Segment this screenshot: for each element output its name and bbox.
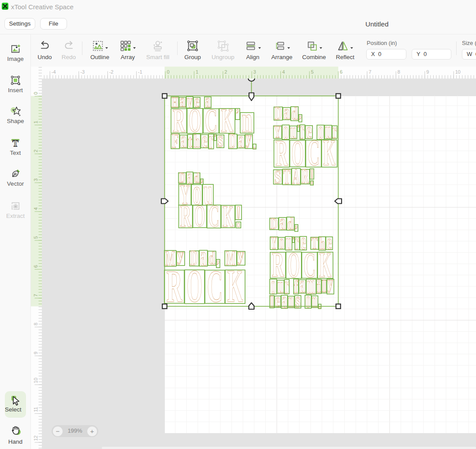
svg-text:a: a <box>238 127 244 152</box>
svg-text:5: 5 <box>311 69 314 75</box>
svg-text:R: R <box>167 261 182 311</box>
svg-text:’: ’ <box>236 106 239 120</box>
svg-text:1: 1 <box>196 69 198 75</box>
svg-text:S: S <box>274 166 281 188</box>
svg-text:l: l <box>322 277 326 296</box>
svg-text:8: 8 <box>33 323 38 326</box>
svg-text:D: D <box>230 130 236 152</box>
svg-text:’: ’ <box>298 124 299 131</box>
svg-text:a: a <box>181 127 186 152</box>
svg-text:s: s <box>217 127 223 152</box>
svg-text:1: 1 <box>33 121 38 123</box>
svg-text:3: 3 <box>253 69 256 75</box>
svg-text:y: y <box>327 272 333 293</box>
svg-text:n: n <box>289 289 294 311</box>
svg-text:R: R <box>302 165 309 187</box>
svg-text:T: T <box>12 138 19 148</box>
svg-text:D: D <box>271 215 278 232</box>
svg-text:6: 6 <box>33 265 38 268</box>
svg-text:r: r <box>209 125 213 154</box>
svg-text:’: ’ <box>293 236 294 243</box>
svg-text:10: 10 <box>455 69 461 75</box>
svg-text:i: i <box>317 276 321 296</box>
svg-text:8: 8 <box>398 69 400 75</box>
svg-text:11: 11 <box>33 407 38 412</box>
svg-text:O: O <box>194 199 205 233</box>
svg-text:2: 2 <box>33 150 38 152</box>
svg-text:4: 4 <box>33 207 38 210</box>
svg-text:9: 9 <box>426 69 429 75</box>
svg-text:-2: -2 <box>109 69 114 75</box>
svg-text:e: e <box>275 289 280 311</box>
svg-text:K: K <box>227 260 243 312</box>
svg-text:10: 10 <box>33 378 38 383</box>
svg-text:o: o <box>305 287 310 312</box>
svg-text:h: h <box>194 131 200 151</box>
svg-text:’: ’ <box>214 133 216 141</box>
svg-text:a: a <box>300 271 305 298</box>
svg-text:D: D <box>275 103 282 123</box>
svg-text:4: 4 <box>282 69 285 75</box>
svg-text:K: K <box>323 132 335 173</box>
svg-text:-4: -4 <box>52 69 56 75</box>
svg-text:y: y <box>246 127 252 148</box>
svg-text:-3: -3 <box>80 69 85 75</box>
svg-text:C: C <box>207 261 223 311</box>
svg-text:7: 7 <box>33 294 38 296</box>
svg-text:7: 7 <box>368 69 371 75</box>
svg-text:3: 3 <box>33 179 38 181</box>
svg-text:0: 0 <box>167 69 170 75</box>
svg-text:.: . <box>319 300 321 311</box>
svg-text:0: 0 <box>33 92 38 94</box>
svg-text:.: . <box>253 139 256 151</box>
svg-text:R: R <box>180 199 191 233</box>
svg-text:-1: -1 <box>138 69 142 75</box>
svg-text:e: e <box>201 127 207 153</box>
svg-text:A: A <box>293 164 300 189</box>
svg-text:6: 6 <box>340 69 342 75</box>
svg-text:12: 12 <box>33 435 38 441</box>
svg-text:s: s <box>295 288 300 312</box>
svg-text:K: K <box>223 199 234 233</box>
svg-text:2: 2 <box>224 69 227 75</box>
svg-text:n: n <box>312 288 317 311</box>
svg-text:l: l <box>270 293 274 311</box>
svg-text:T: T <box>283 165 290 189</box>
svg-text:9: 9 <box>33 352 38 354</box>
svg-text:O: O <box>187 260 203 312</box>
svg-text:5: 5 <box>33 236 38 239</box>
svg-text:C: C <box>208 198 219 234</box>
svg-text:a: a <box>282 287 287 313</box>
svg-text:C: C <box>307 132 320 173</box>
svg-text:t: t <box>188 131 193 151</box>
svg-text:F: F <box>172 130 178 152</box>
